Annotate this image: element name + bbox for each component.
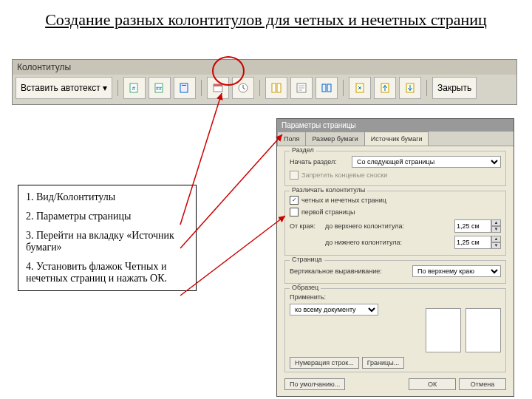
odd-even-checkbox[interactable]: ✓ xyxy=(290,196,299,205)
svg-rect-5 xyxy=(182,85,186,86)
defaults-button[interactable]: По умолчанию... xyxy=(284,378,345,390)
page-group-label: Страница xyxy=(290,256,324,263)
next-icon[interactable] xyxy=(399,77,421,99)
hf-group-label: Различать колонтитулы xyxy=(290,186,367,194)
preview-page xyxy=(426,308,461,352)
spin-up-icon[interactable]: ▲ xyxy=(491,236,501,242)
line-numbers-button[interactable]: Нумерация строк... xyxy=(290,357,359,369)
section-start-select[interactable]: Со следующей страницы xyxy=(352,156,501,168)
page-count-icon[interactable]: ## xyxy=(149,77,171,99)
odd-even-label: четных и нечетных страниц xyxy=(301,197,386,204)
header-spinner[interactable]: ▲▼ xyxy=(454,219,501,233)
separator xyxy=(259,80,260,96)
footer-spinner[interactable]: ▲▼ xyxy=(454,236,501,249)
headers-footers-group: Различать колонтитулы ✓ четных и нечетны… xyxy=(284,191,506,256)
svg-rect-12 xyxy=(322,84,326,92)
toolbar-strip: Вставить автотекст ▾ # ## Закрыть xyxy=(13,75,516,101)
step-2: 2. Параметры страницы xyxy=(26,211,188,222)
time-icon[interactable] xyxy=(232,77,254,99)
spin-down-icon[interactable]: ▼ xyxy=(491,226,501,233)
dialog-tabs: Поля Размер бумаги Источник бумаги xyxy=(277,132,514,146)
step-1: 1. Вид/Колонтитулы xyxy=(26,191,188,203)
to-header-label: до верхнего колонтитула: xyxy=(325,222,451,230)
tab-paper-source[interactable]: Источник бумаги xyxy=(364,132,429,146)
page-setup-dialog: Параметры страницы Поля Размер бумаги Ис… xyxy=(276,118,514,397)
toolbar-caption: Колонтитулы xyxy=(13,60,516,75)
cancel-button[interactable]: Отмена xyxy=(459,378,506,390)
page-setup-icon[interactable] xyxy=(265,77,287,99)
suppress-label: Запретить концевые сноски xyxy=(301,171,387,179)
from-edge-label: От края: xyxy=(290,222,322,230)
toolbar-window: Колонтитулы Вставить автотекст ▾ # ## За… xyxy=(12,59,517,105)
suppress-checkbox xyxy=(290,171,299,180)
first-page-label: первой страницы xyxy=(301,208,355,216)
ok-button[interactable]: ОК xyxy=(409,378,456,390)
dialog-caption: Параметры страницы xyxy=(277,119,514,132)
svg-rect-13 xyxy=(327,84,331,92)
link-icon[interactable] xyxy=(316,77,338,99)
spin-up-icon[interactable]: ▲ xyxy=(491,219,501,226)
preview-pages xyxy=(426,308,501,352)
preview-page xyxy=(466,308,501,352)
first-page-checkbox[interactable] xyxy=(290,208,299,216)
separator xyxy=(426,80,427,96)
switch-icon[interactable] xyxy=(349,77,371,99)
borders-button[interactable]: Границы... xyxy=(362,357,405,369)
svg-rect-9 xyxy=(272,83,276,92)
page-title: Создание разных колонтитулов для четных … xyxy=(0,0,532,34)
step-3: 3. Перейти на вкладку «Источник бумаги» xyxy=(26,230,188,253)
close-button[interactable]: Закрыть xyxy=(432,77,477,99)
svg-text:#: # xyxy=(132,85,136,92)
dialog-body: Раздел Начать раздел: Со следующей стран… xyxy=(277,146,514,396)
svg-text:##: ## xyxy=(156,86,162,91)
svg-rect-4 xyxy=(180,83,188,92)
valign-select[interactable]: По верхнему краю xyxy=(412,265,501,277)
spin-down-icon[interactable]: ▼ xyxy=(491,242,501,249)
page-group: Страница Вертикальное выравнивание: По в… xyxy=(284,260,506,284)
apply-select[interactable]: ко всему документу xyxy=(290,304,378,316)
svg-rect-7 xyxy=(214,84,222,86)
tab-fields[interactable]: Поля xyxy=(277,132,306,146)
preview-group: Образец Применить: ко всему документу Ну… xyxy=(284,288,506,372)
steps-box: 1. Вид/Колонтитулы 2. Параметры страницы… xyxy=(18,185,197,291)
section-group-label: Раздел xyxy=(290,146,316,154)
separator xyxy=(201,80,202,96)
step-4: 4. Установить флажок Четных и нечетных с… xyxy=(26,261,188,284)
tab-paper-size[interactable]: Размер бумаги xyxy=(305,132,364,146)
separator xyxy=(117,80,118,96)
svg-rect-10 xyxy=(277,83,281,92)
show-text-icon[interactable] xyxy=(290,77,313,99)
apply-label: Применить: xyxy=(290,293,326,301)
to-footer-label: до нижнего колонтитула: xyxy=(325,239,451,246)
date-icon[interactable] xyxy=(207,77,229,99)
dialog-footer: По умолчанию... ОК Отмена xyxy=(284,378,506,390)
preview-group-label: Образец xyxy=(290,284,321,291)
autotext-button[interactable]: Вставить автотекст ▾ xyxy=(16,77,112,99)
valign-label: Вертикальное выравнивание: xyxy=(290,267,409,275)
page-number-icon[interactable]: # xyxy=(123,77,146,99)
section-start-label: Начать раздел: xyxy=(290,158,349,166)
separator xyxy=(343,80,344,96)
format-icon[interactable] xyxy=(174,77,196,99)
prev-icon[interactable] xyxy=(374,77,396,99)
section-group: Раздел Начать раздел: Со следующей стран… xyxy=(284,151,506,186)
